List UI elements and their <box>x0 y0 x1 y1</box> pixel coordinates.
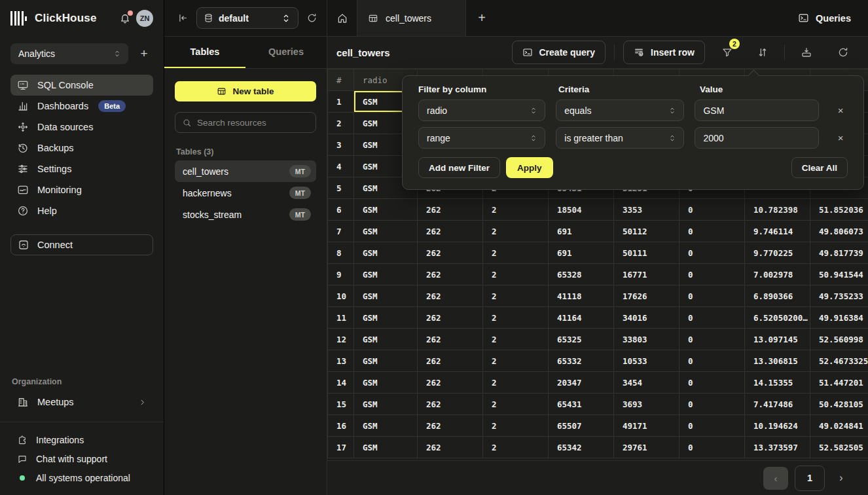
cell[interactable]: 49.916384 <box>810 307 868 329</box>
remove-filter-button[interactable]: × <box>833 131 848 145</box>
cell[interactable]: 10.194624 <box>745 415 810 437</box>
notifications-button[interactable] <box>119 12 131 24</box>
cell[interactable]: 50.428105 <box>810 394 868 415</box>
sidebar-item-integrations[interactable]: Integrations <box>10 430 153 449</box>
cell[interactable]: 65328 <box>549 264 614 285</box>
sidebar-item-backups[interactable]: Backups <box>10 138 153 158</box>
download-button[interactable] <box>797 43 816 62</box>
cell[interactable]: 10533 <box>614 350 679 372</box>
cell[interactable]: 13.306815 <box>745 350 810 372</box>
cell[interactable]: 50.941544 <box>810 264 868 285</box>
current-page[interactable]: 1 <box>795 466 825 491</box>
cell[interactable]: GSM <box>354 372 418 394</box>
cell[interactable]: 3353 <box>614 199 679 221</box>
cell[interactable]: 50112 <box>614 221 679 242</box>
new-tab-button[interactable]: + <box>466 0 497 36</box>
cell[interactable]: 52.560998 <box>810 329 868 350</box>
cell[interactable]: 2 <box>483 437 549 458</box>
cell[interactable]: 0 <box>679 264 745 285</box>
cell[interactable]: 0 <box>679 394 745 415</box>
sidebar-item-data-sources[interactable]: Data sources <box>10 117 153 138</box>
user-avatar[interactable]: ZN <box>136 10 153 27</box>
cell[interactable]: 50111 <box>614 242 679 264</box>
apply-filters-button[interactable]: Apply <box>506 157 553 178</box>
cell[interactable]: 0 <box>679 221 745 242</box>
search-input[interactable] <box>197 118 309 128</box>
clear-filters-button[interactable]: Clear All <box>791 157 848 178</box>
cell[interactable]: 41164 <box>549 307 614 329</box>
filter-value-input[interactable] <box>695 127 819 149</box>
cell[interactable]: GSM <box>354 307 418 329</box>
table-item-stocks-stream[interactable]: stocks_streamMT <box>175 204 316 225</box>
workspace-select[interactable]: Analytics <box>10 43 128 64</box>
cell[interactable]: 18504 <box>549 199 614 221</box>
add-workspace-button[interactable]: + <box>135 45 153 63</box>
cell[interactable]: 65342 <box>549 437 614 458</box>
sidebar-item-all-systems-operational[interactable]: All systems operational <box>10 468 153 487</box>
cell[interactable]: 9.746114 <box>745 221 810 242</box>
cell[interactable]: 52.4673325 <box>810 350 868 372</box>
table-item-hackernews[interactable]: hackernewsMT <box>175 182 316 204</box>
cell[interactable]: 7.002978 <box>745 264 810 285</box>
cell[interactable]: 20347 <box>549 372 614 394</box>
filter-criteria-select[interactable]: is greater than <box>556 127 684 149</box>
cell[interactable]: 2 <box>483 329 549 350</box>
cell[interactable]: 691 <box>549 221 614 242</box>
filter-column-select[interactable]: range <box>418 127 545 149</box>
prev-page-button[interactable]: ‹ <box>763 467 788 490</box>
filter-button[interactable]: 2 <box>717 43 737 62</box>
cell[interactable]: 262 <box>418 264 483 285</box>
filter-criteria-select[interactable]: equals <box>556 100 684 121</box>
cell[interactable]: 13.373597 <box>745 437 810 458</box>
tab-cell-towers[interactable]: cell_towers <box>357 0 466 36</box>
cell[interactable]: GSM <box>354 437 418 458</box>
cell[interactable]: 49171 <box>614 415 679 437</box>
refresh-table-button[interactable] <box>833 43 853 62</box>
cell[interactable]: 262 <box>418 307 483 329</box>
cell[interactable]: 2 <box>483 264 549 285</box>
cell[interactable]: 0 <box>679 242 745 264</box>
cell[interactable]: 51.447201 <box>810 372 868 394</box>
cell[interactable]: 3693 <box>614 394 679 415</box>
cell[interactable]: 33803 <box>614 329 679 350</box>
cell[interactable]: 49.806073 <box>810 221 868 242</box>
cell[interactable]: 65431 <box>549 394 614 415</box>
cell[interactable]: GSM <box>354 350 418 372</box>
cell[interactable]: 262 <box>418 221 483 242</box>
tab-queries[interactable]: Queries <box>245 37 327 68</box>
sidebar-item-dashboards[interactable]: DashboardsBeta <box>10 96 153 117</box>
sort-button[interactable] <box>753 43 772 62</box>
new-table-button[interactable]: New table <box>175 81 316 101</box>
cell[interactable]: 2 <box>483 415 549 437</box>
cell[interactable]: 2 <box>483 307 549 329</box>
sidebar-item-sql-console[interactable]: SQL Console <box>10 75 153 96</box>
cell[interactable]: GSM <box>354 242 418 264</box>
sidebar-item-help[interactable]: Help <box>10 200 153 221</box>
refresh-explorer-icon[interactable] <box>306 12 317 24</box>
cell[interactable]: GSM <box>354 394 418 415</box>
cell[interactable]: 13.097145 <box>745 329 810 350</box>
cell[interactable]: 2 <box>483 221 549 242</box>
cell[interactable]: 6.890366 <box>745 285 810 307</box>
cell[interactable]: 52.582505 <box>810 437 868 458</box>
cell[interactable]: 49.735233 <box>810 285 868 307</box>
cell[interactable]: 2 <box>483 372 549 394</box>
cell[interactable]: 0 <box>679 307 745 329</box>
cell[interactable]: 2 <box>483 242 549 264</box>
cell[interactable]: 10.782398 <box>745 199 810 221</box>
cell[interactable]: 7.417486 <box>745 394 810 415</box>
tab-tables[interactable]: Tables <box>164 37 245 68</box>
sidebar-item-chat-with-support[interactable]: Chat with support <box>10 449 153 468</box>
cell[interactable]: 262 <box>418 285 483 307</box>
cell[interactable]: 3454 <box>614 372 679 394</box>
cell[interactable]: 29761 <box>614 437 679 458</box>
cell[interactable]: 0 <box>679 437 745 458</box>
cell[interactable]: 262 <box>418 242 483 264</box>
cell[interactable]: 262 <box>418 372 483 394</box>
cell[interactable]: 6.52050200… <box>745 307 810 329</box>
cell[interactable]: 2 <box>483 285 549 307</box>
cell[interactable]: 65332 <box>549 350 614 372</box>
cell[interactable]: 9.770225 <box>745 242 810 264</box>
cell[interactable]: 49.817739 <box>810 242 868 264</box>
cell[interactable]: 65325 <box>549 329 614 350</box>
